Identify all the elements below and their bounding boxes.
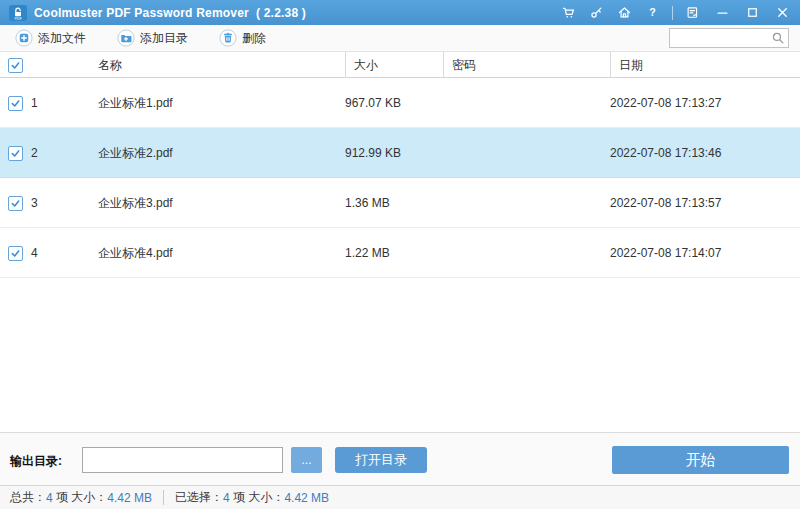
file-password (443, 228, 610, 278)
column-header-date[interactable]: 日期 (610, 52, 800, 78)
file-size: 1.36 MB (345, 178, 443, 228)
output-dir-label: 输出目录: (10, 453, 62, 470)
selected-label: 已选择： (175, 489, 223, 506)
row-checkbox[interactable] (8, 146, 23, 161)
open-directory-button[interactable]: 打开目录 (335, 447, 427, 473)
svg-text:PDF: PDF (14, 16, 22, 20)
column-header-name[interactable]: 名称 (90, 52, 345, 78)
add-folder-icon (117, 29, 135, 47)
selected-size: 4.42 MB (284, 491, 329, 505)
cart-icon[interactable] (560, 4, 577, 21)
help-icon[interactable]: ? (644, 4, 661, 21)
total-label: 总共： (10, 489, 46, 506)
feedback-icon[interactable] (684, 4, 701, 21)
file-password (443, 78, 610, 128)
table-header: 名称 大小 密码 日期 (0, 52, 800, 78)
add-file-button[interactable]: 添加文件 (12, 27, 89, 49)
search-icon[interactable] (771, 31, 785, 45)
search-input[interactable] (670, 32, 771, 44)
selected-mid-label: 项 大小： (230, 489, 285, 506)
output-panel: 输出目录: ... 打开目录 开始 (0, 432, 800, 485)
window-title: Coolmuster PDF Password Remover ( 2.2.38… (34, 6, 306, 20)
register-key-icon[interactable] (588, 4, 605, 21)
file-date: 2022-07-08 17:13:46 (610, 128, 800, 178)
maximize-icon[interactable] (744, 4, 761, 21)
delete-icon (219, 29, 237, 47)
delete-button[interactable]: 删除 (216, 27, 269, 49)
row-checkbox[interactable] (8, 96, 23, 111)
file-size: 967.07 KB (345, 78, 443, 128)
add-file-icon (15, 29, 33, 47)
column-header-size[interactable]: 大小 (345, 52, 443, 78)
start-button[interactable]: 开始 (612, 446, 789, 474)
select-all-cell (0, 52, 90, 78)
total-count: 4 (46, 491, 53, 505)
minimize-icon[interactable] (714, 4, 731, 21)
home-icon[interactable] (616, 4, 633, 21)
file-password (443, 178, 610, 228)
row-index: 3 (31, 196, 38, 210)
table-row[interactable]: 3 企业标准3.pdf 1.36 MB 2022-07-08 17:13:57 (0, 178, 800, 228)
delete-label: 删除 (242, 30, 266, 47)
close-icon[interactable] (774, 4, 791, 21)
file-name: 企业标准3.pdf (90, 178, 345, 228)
table-row[interactable]: 2 企业标准2.pdf 912.99 KB 2022-07-08 17:13:4… (0, 128, 800, 178)
row-checkbox[interactable] (8, 196, 23, 211)
search-box[interactable] (669, 28, 789, 48)
file-password (443, 128, 610, 178)
table-row[interactable]: 1 企业标准1.pdf 967.07 KB 2022-07-08 17:13:2… (0, 78, 800, 128)
file-size: 912.99 KB (345, 128, 443, 178)
title-bar: PDF Coolmuster PDF Password Remover ( 2.… (0, 0, 800, 25)
status-bar: 总共：4 项 大小：4.42 MB 已选择：4 项 大小：4.42 MB (0, 485, 800, 509)
select-all-checkbox[interactable] (8, 58, 23, 73)
table-row[interactable]: 4 企业标准4.pdf 1.22 MB 2022-07-08 17:14:07 (0, 228, 800, 278)
output-dir-input[interactable] (82, 447, 283, 473)
row-checkbox[interactable] (8, 246, 23, 261)
add-folder-label: 添加目录 (140, 30, 188, 47)
svg-text:?: ? (649, 6, 655, 18)
column-header-password[interactable]: 密码 (443, 52, 610, 78)
total-mid-label: 项 大小： (53, 489, 108, 506)
browse-button[interactable]: ... (291, 447, 322, 473)
status-divider (163, 490, 164, 505)
file-size: 1.22 MB (345, 228, 443, 278)
file-name: 企业标准2.pdf (90, 128, 345, 178)
add-file-label: 添加文件 (38, 30, 86, 47)
file-name: 企业标准4.pdf (90, 228, 345, 278)
row-index: 4 (31, 246, 38, 260)
titlebar-actions: ? (549, 4, 791, 21)
titlebar-divider (672, 6, 673, 20)
file-date: 2022-07-08 17:13:27 (610, 78, 800, 128)
file-date: 2022-07-08 17:14:07 (610, 228, 800, 278)
total-size: 4.42 MB (107, 491, 152, 505)
app-logo-icon: PDF (9, 5, 27, 21)
selected-count: 4 (223, 491, 230, 505)
row-index: 1 (31, 96, 38, 110)
row-index: 2 (31, 146, 38, 160)
file-date: 2022-07-08 17:13:57 (610, 178, 800, 228)
add-folder-button[interactable]: 添加目录 (114, 27, 191, 49)
file-name: 企业标准1.pdf (90, 78, 345, 128)
toolbar: 添加文件 添加目录 删除 (0, 25, 800, 52)
